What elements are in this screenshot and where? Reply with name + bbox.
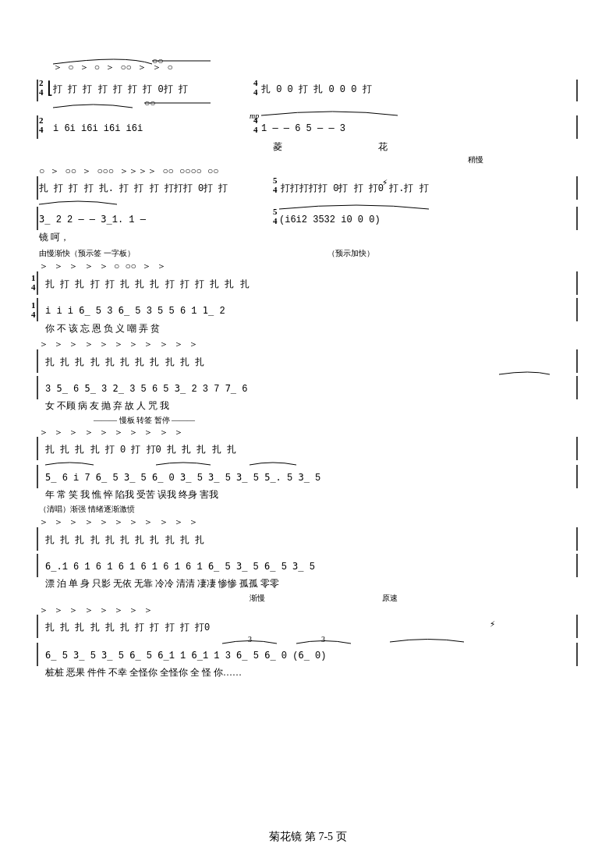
svg-text:渐慢: 渐慢 (250, 594, 265, 602)
svg-text:⚡: ⚡ (490, 619, 495, 630)
svg-text:＞      ＞      ＞          ＞    : ＞ ＞ ＞ ＞ ＞ ＞ ＞ ＞ (39, 605, 153, 616)
svg-text:扎    扎    扎    扎    扎    扎    : 扎 扎 扎 扎 扎 扎 扎 扎 扎 扎 扎 (45, 357, 204, 368)
svg-text:花: 花 (378, 141, 388, 152)
svg-text:4: 4 (39, 125, 44, 134)
svg-text:4: 4 (31, 282, 36, 292)
svg-text:4: 4 (273, 185, 278, 194)
svg-text:5: 5 (273, 176, 278, 185)
svg-text:扎   0   0   打   扎  0  0  0   打: 扎 0 0 打 扎 0 0 0 打 (261, 84, 372, 95)
svg-text:3    5̲ 6    5̲ 3    2̲ 3    5: 3 5̲ 6 5̲ 3 2̲ 3 5 6 5 3̲ 2 3 7 7̲ 6 (45, 384, 247, 395)
svg-text:6̲ 5  3̲ 5  3̲ 5  6̲ 5  6̲1 1 : 6̲ 5 3̲ 5 3̲ 5 6̲ 5 6̲1 1 6̲1 1 3 6̲ 5 6… (45, 651, 326, 661)
page: text { font-family: 'SimSun', 'STSong', … (0, 0, 616, 858)
svg-text:＞      ＞      ＞      ＞      ＞ : ＞ ＞ ＞ ＞ ＞ ＞ ＞ ＞ ＞ ＞ ＞ (39, 339, 198, 350)
svg-text:菱: 菱 (273, 141, 282, 152)
svg-text:i    i    i    6̲ 5    3    6̲: i i i 6̲ 5 3 6̲ 5 3 5 5 6 1 1̲ 2 (45, 306, 225, 317)
svg-text:年  常  笑  我  憔  悴  陷我  受苦  误我  : 年 常 笑 我 憔 悴 陷我 受苦 误我 终身 害我 (45, 489, 218, 500)
svg-text:4: 4 (253, 115, 258, 125)
svg-text:1: 1 (31, 300, 36, 310)
svg-text:———  慢板  转签  暂停  ———: ——— 慢板 转签 暂停 ——— (93, 416, 196, 424)
svg-text:＞       ＞      ＞         ＞    : ＞ ＞ ＞ ＞ ＞ ○ ○○ ＞ ＞ (39, 261, 166, 272)
svg-text:3: 3 (248, 635, 252, 644)
svg-text:4: 4 (253, 87, 258, 97)
music-score: text { font-family: 'SimSun', 'STSong', … (31, 23, 585, 835)
svg-text:○   ＞  ○○      ＞  ○○○     ＞＞＞＞: ○ ＞ ○○ ＞ ○○○ ＞＞＞＞ ○○ ○○○○ ○○ (39, 166, 218, 177)
svg-text:扎  扎  扎  扎 打  0 打  打0  扎  扎  扎: 扎 扎 扎 扎 打 0 打 打0 扎 扎 扎 扎 扎 (45, 445, 236, 456)
svg-text:⚡: ⚡ (382, 178, 388, 189)
svg-text:5: 5 (273, 207, 278, 216)
svg-text:○○: ○○ (144, 98, 155, 109)
svg-text:○○: ○○ (152, 56, 163, 67)
svg-text:4: 4 (31, 310, 36, 319)
svg-text:4: 4 (253, 78, 258, 87)
svg-text:漂 泊 单 身 只影 无依 无靠 冷冷 清清 凄凄 惨惨 孤: 漂 泊 单 身 只影 无依 无靠 冷冷 清清 凄凄 惨惨 孤孤 零零 (45, 578, 279, 589)
svg-text:4: 4 (39, 87, 44, 97)
svg-text:扎    扎    扎    扎    扎    扎    : 扎 扎 扎 扎 扎 扎 打 打 打 打 打0 (45, 622, 210, 633)
svg-text:（清唱）渐强  情绪逐渐激愤: （清唱）渐强 情绪逐渐激愤 (39, 505, 135, 513)
svg-text:原速: 原速 (382, 594, 398, 602)
svg-text:2: 2 (39, 115, 44, 125)
svg-text:1: 1 (31, 273, 36, 282)
svg-text:4: 4 (273, 216, 278, 225)
svg-text:1 —  — 6    5 —  — 3: 1 — — 6 5 — — 3 (261, 123, 345, 134)
svg-text:5̲ 6  i  7  6̲ 5  3̲ 5  6̲ 0  : 5̲ 6 i 7 6̲ 5 3̲ 5 6̲ 0 3̲ 5 3̲ 5 3̲ 5 5… (45, 473, 320, 484)
svg-text:(i6i2  3532  i0 0   0): (i6i2 3532 i0 0 0) (279, 214, 381, 225)
svg-text:3: 3 (321, 635, 325, 644)
svg-text:6̲.1  6 1  6 1  6 1  6 1  6 1 : 6̲.1 6 1 6 1 6 1 6 1 6 1 6 1 6̲ 5 3̲ 5 6… (45, 562, 315, 573)
footer: 菊花镜 第 7-5 页 (0, 830, 616, 844)
svg-text:3̲ 2 2   — —   3̲1.    1   —: 3̲ 2 2 — — 3̲1. 1 — (39, 214, 147, 225)
svg-text:女  不顾       病  友  抛  弃  故  人  : 女 不顾 病 友 抛 弃 故 人 咒 我 (45, 400, 169, 411)
svg-text:＞    ＞    ＞    ＞    ＞      ＞  : ＞ ＞ ＞ ＞ ＞ ＞ ＞ ＞ ＞ ＞ ＞ (39, 517, 198, 528)
svg-text:扎    打    扎    打 打    扎    扎  : 扎 打 扎 打 打 扎 扎 扎 打 打 打 扎 扎 扎 (45, 279, 250, 290)
svg-text:2: 2 (39, 78, 44, 87)
svg-text:打 打    打 打    打 打 打  0打 打: 打 打 打 打 打 打 打 0打 打 (52, 84, 188, 95)
svg-text:镜  呵，: 镜 呵， (38, 232, 69, 243)
svg-text:由慢渐快（预示签 一字板）: 由慢渐快（预示签 一字板） (39, 249, 135, 257)
svg-text:扎    扎    扎    扎    扎    扎    : 扎 扎 扎 扎 扎 扎 扎 扎 扎 扎 扎 (45, 535, 204, 546)
svg-text:打打打打打  0打 打   打0  打.打  打: 打打打打打 0打 打 打0 打.打 打 (280, 183, 429, 194)
svg-text:＞   ＞    ＞      ＞       ＞   ＞ : ＞ ＞ ＞ ＞ ＞ ＞ ＞ ＞ ＞ ＞ (39, 427, 183, 438)
footer-text: 菊花镜 第 7-5 页 (269, 831, 346, 842)
svg-text:桩桩  恶果  件件  不幸  全怪你  全怪你  全  怪: 桩桩 恶果 件件 不幸 全怪你 全怪你 全 怪 你…… (44, 667, 242, 678)
svg-text:4: 4 (253, 125, 258, 134)
svg-text:扎    打  打  打    扎. 打 打 打  打打打 : 扎 打 打 打 扎. 打 打 打 打打打 0打 打 (39, 183, 228, 194)
svg-text:（预示加快）: （预示加快） (327, 249, 374, 257)
svg-text:i 6i   i6i   i6i   i6i: i 6i i6i i6i i6i (53, 123, 143, 134)
svg-text:稍慢: 稍慢 (468, 155, 483, 164)
svg-text:你  不  该       忘  恩  负  义      : 你 不 该 忘 恩 负 义 嘲 弄 贫 (44, 323, 160, 334)
